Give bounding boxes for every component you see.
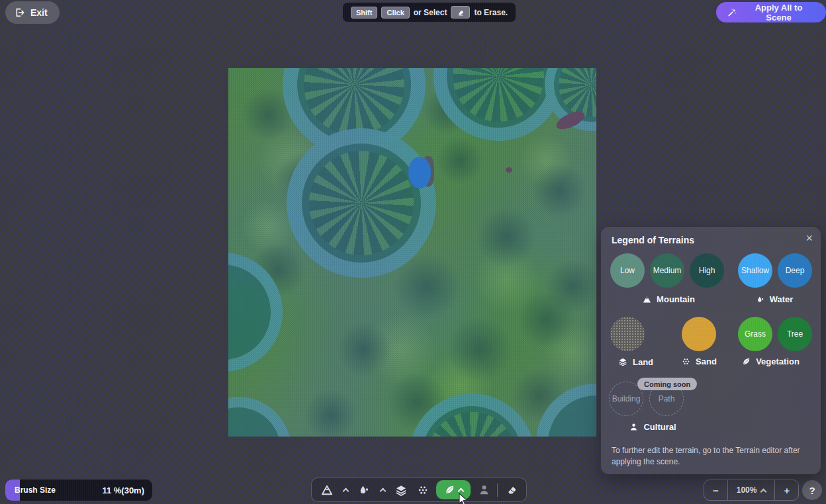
terrain-map-canvas[interactable] (228, 68, 596, 437)
zoom-in-button[interactable]: + (775, 480, 798, 500)
zoom-out-button[interactable]: − (704, 480, 727, 500)
terrain-swatch-land[interactable] (610, 317, 645, 351)
cultural-tool-button-disabled (475, 481, 492, 499)
terrain-swatch-grass[interactable]: Grass (738, 317, 772, 351)
layers-icon (394, 483, 408, 497)
mountain-tool-button[interactable] (318, 481, 336, 499)
swatch-label: Medium (653, 266, 682, 275)
terrain-feature-ring (228, 397, 291, 437)
swatch-label: Shallow (741, 266, 769, 275)
terrain-feature-trees (428, 412, 516, 437)
terrain-feature-blotch (436, 137, 484, 185)
chevron-up-icon (342, 488, 349, 495)
swatch-label: Deep (786, 266, 805, 275)
terrain-swatch-water-deep[interactable]: Deep (778, 253, 812, 288)
mountain-tool-expand-button[interactable] (340, 481, 351, 499)
brush-size-value: 11 %(30m) (102, 485, 144, 495)
swatch-label: Low (620, 266, 635, 275)
sand-dots-icon (417, 484, 429, 496)
apply-label: Apply All to Scene (742, 3, 815, 22)
coming-soon-badge: Coming soon (637, 378, 697, 390)
swatch-label: Path (659, 394, 675, 403)
legend-group-vegetation: Vegetation (720, 357, 821, 366)
eraser-icon (456, 8, 465, 17)
terrain-feature-blotch (336, 321, 392, 377)
magic-wand-icon (727, 7, 737, 18)
swatch-label: Grass (745, 329, 766, 339)
leaf-icon (444, 484, 455, 495)
legend-title: Legend of Terrains (612, 235, 694, 245)
close-icon[interactable]: × (805, 232, 813, 244)
eraser-tool-button[interactable] (502, 481, 520, 499)
erase-hint-tooltip: Shift Click or Select to Erase. (343, 3, 516, 22)
terrain-feature-trees (559, 68, 596, 117)
eraser-icon (505, 483, 518, 496)
legend-group-land: Land (601, 357, 670, 367)
chevron-up-icon (379, 488, 386, 495)
terrain-feature-lake (408, 157, 431, 189)
toolbar-divider (497, 483, 498, 497)
water-icon (756, 294, 765, 304)
zoom-level-button[interactable]: 100% (728, 480, 775, 500)
hint-text-mid: or Select (414, 8, 447, 17)
mountain-icon (642, 294, 652, 304)
legend-group-cultural: Cultural (606, 422, 699, 432)
layers-icon (618, 357, 628, 367)
exit-button[interactable]: Exit (5, 1, 60, 24)
water-tool-button[interactable] (355, 481, 373, 499)
leaf-icon (741, 357, 751, 366)
terrain-feature-trees (304, 68, 404, 135)
terrain-map-features (228, 68, 596, 437)
terrain-tools-toolbar (311, 478, 527, 502)
exit-icon (15, 7, 25, 18)
terrain-swatch-mountain-medium[interactable]: Medium (650, 253, 684, 288)
terrain-swatch-tree[interactable]: Tree (778, 317, 812, 351)
zoom-level-value: 100% (737, 485, 757, 495)
brush-size-label: Brush Size (15, 485, 56, 495)
mountain-icon (320, 483, 334, 497)
land-tool-button[interactable] (392, 481, 410, 499)
terrain-feature-maroon (506, 167, 512, 173)
brush-size-slider[interactable]: Brush Size 11 %(30m) (5, 480, 152, 501)
terrain-feature-ring (287, 128, 436, 278)
vegetation-tool-button-active[interactable] (436, 480, 471, 499)
click-keycap: Click (381, 7, 409, 19)
swatch-label: Building (612, 394, 641, 403)
legend-of-terrains-panel: Legend of Terrains × Low Medium High Sha… (601, 227, 821, 474)
sand-tool-button[interactable] (414, 481, 432, 499)
shift-keycap: Shift (351, 7, 377, 19)
group-label-text: Cultural (643, 422, 676, 432)
terrain-swatch-mountain-high[interactable]: High (690, 253, 724, 288)
terrain-feature-trees (309, 151, 414, 255)
exit-label: Exit (30, 7, 48, 18)
swatch-label: Tree (787, 329, 803, 339)
legend-footer-note: To further edit the terrain, go to the T… (612, 445, 807, 468)
apply-all-to-scene-button[interactable]: Apply All to Scene (716, 2, 826, 22)
group-label-text: Land (633, 357, 653, 367)
terrain-swatch-mountain-low[interactable]: Low (610, 253, 645, 288)
chevron-up-icon (457, 488, 464, 495)
water-tool-expand-button[interactable] (377, 481, 388, 499)
water-icon (358, 483, 370, 496)
chevron-up-icon (760, 488, 767, 495)
person-icon (478, 483, 490, 496)
terrain-swatch-water-shallow[interactable]: Shallow (738, 253, 772, 288)
terrain-swatch-sand[interactable] (682, 317, 716, 351)
swatch-label: High (699, 266, 715, 275)
terrain-feature-blotch (447, 316, 513, 382)
terrain-feature-trees (453, 68, 543, 122)
group-label-text: Water (770, 294, 794, 304)
group-label-text: Mountain (657, 294, 695, 304)
help-button[interactable]: ? (802, 480, 822, 500)
zoom-controls: − 100% + (704, 480, 799, 501)
terrain-feature-blotch (545, 259, 596, 314)
person-icon (629, 422, 639, 432)
sand-dots-icon (681, 357, 691, 366)
terrain-feature-blotch (531, 163, 587, 218)
legend-group-water: Water (733, 294, 815, 304)
group-label-text: Vegetation (756, 357, 800, 366)
eraser-keycap (451, 6, 470, 19)
terrain-feature-blotch (304, 389, 357, 437)
terrain-feature-blotch (476, 206, 537, 267)
group-label-text: Sand (696, 357, 717, 366)
